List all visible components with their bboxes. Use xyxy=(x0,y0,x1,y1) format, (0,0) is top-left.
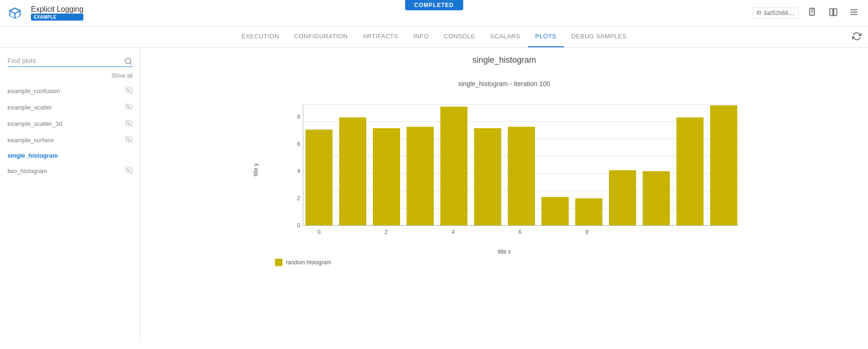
main-content: Show all example_confusion example_scatt… xyxy=(0,48,868,341)
eye-off-icon[interactable] xyxy=(125,119,133,128)
bar-8 xyxy=(575,198,602,225)
find-plots-container xyxy=(0,55,140,71)
bar-1 xyxy=(339,117,366,225)
svg-text:0: 0 xyxy=(317,229,320,235)
svg-text:0: 0 xyxy=(297,222,300,229)
histogram-chart: 0 2 4 6 8 xyxy=(275,95,753,245)
plot-title: single_histogram xyxy=(148,55,861,65)
sidebar-item-example-confusion[interactable]: example_confusion xyxy=(0,83,140,99)
sidebar-item-two-histogram[interactable]: two_histogram xyxy=(0,163,140,179)
x-axis-label: title x xyxy=(247,248,762,255)
find-plots-input[interactable] xyxy=(7,55,133,67)
eye-off-icon[interactable] xyxy=(125,167,133,175)
chart-subtitle: single_histogram - Iteration 100 xyxy=(247,80,762,87)
bar-4 xyxy=(440,107,467,225)
plot-area: single_histogram single_histogram - Iter… xyxy=(141,48,868,341)
bar-10 xyxy=(643,171,670,225)
bar-7 xyxy=(542,197,569,225)
sidebar-item-example-scatter-3d[interactable]: example_scatter_3d xyxy=(0,116,140,132)
legend-label: random histogram xyxy=(286,259,332,266)
legend-color-box xyxy=(275,259,282,266)
show-all-button[interactable]: Show all xyxy=(111,73,133,79)
id-value: 3a052b68.... xyxy=(763,10,794,16)
tab-artifacts[interactable]: ARTIFACTS xyxy=(355,26,406,47)
tab-debug-samples[interactable]: DEBUG SAMPLES xyxy=(564,26,634,47)
sidebar-item-example-surface[interactable]: example_surface xyxy=(0,132,140,148)
doc-icon xyxy=(808,7,817,17)
bar-6 xyxy=(508,127,535,225)
nav-tabs: EXECUTION CONFIGURATION ARTIFACTS INFO C… xyxy=(0,26,868,48)
show-all-row: Show all xyxy=(0,71,140,83)
tab-plots[interactable]: PLOTS xyxy=(528,26,564,47)
refresh-icon xyxy=(852,32,861,41)
sidebar: Show all example_confusion example_scatt… xyxy=(0,48,141,341)
sidebar-item-single-histogram[interactable]: single_histogram xyxy=(0,148,140,163)
menu-icon xyxy=(849,7,859,17)
app-title-area: Explicit Logging EXAMPLE xyxy=(31,5,83,21)
bar-12 xyxy=(710,105,737,225)
bottom-spacer xyxy=(148,274,861,320)
svg-text:6: 6 xyxy=(297,141,300,147)
split-icon xyxy=(829,7,838,17)
menu-icon-btn[interactable] xyxy=(847,6,861,20)
search-icon[interactable] xyxy=(124,57,133,67)
app-logo-icon xyxy=(7,6,22,21)
tab-execution[interactable]: EXECUTION xyxy=(234,26,287,47)
status-badge: COMPLETED xyxy=(405,0,463,10)
split-icon-btn[interactable] xyxy=(827,6,840,20)
bar-11 xyxy=(676,117,704,225)
bar-9 xyxy=(609,170,636,225)
svg-rect-4 xyxy=(830,9,833,16)
eye-off-icon[interactable] xyxy=(125,103,133,112)
tab-scalars[interactable]: SCALARS xyxy=(482,26,527,47)
id-label: ID xyxy=(757,10,761,15)
sidebar-item-label: example_confusion xyxy=(7,87,125,95)
sidebar-item-label: example_scatter_3d xyxy=(7,120,125,127)
logo-area: Explicit Logging EXAMPLE xyxy=(7,5,83,21)
eye-off-icon[interactable] xyxy=(125,87,133,95)
refresh-icon-btn[interactable] xyxy=(850,30,863,44)
svg-text:8: 8 xyxy=(297,114,300,120)
legend: random histogram xyxy=(275,259,762,266)
svg-line-10 xyxy=(130,63,131,64)
header-right: ID 3a052b68.... xyxy=(752,6,861,20)
svg-text:2: 2 xyxy=(297,195,300,202)
svg-text:4: 4 xyxy=(297,168,300,174)
svg-text:2: 2 xyxy=(384,229,387,235)
example-badge: EXAMPLE xyxy=(31,14,83,21)
svg-rect-5 xyxy=(834,9,837,16)
svg-text:8: 8 xyxy=(585,229,588,235)
doc-icon-btn[interactable] xyxy=(806,6,819,20)
bar-5 xyxy=(474,128,501,225)
sidebar-item-label: example_scatter xyxy=(7,104,125,111)
svg-text:6: 6 xyxy=(518,229,521,235)
bar-3 xyxy=(407,127,434,225)
sidebar-item-label: example_surface xyxy=(7,137,125,144)
sidebar-item-label: two_histogram xyxy=(7,167,125,174)
svg-point-9 xyxy=(125,58,131,64)
sidebar-item-example-scatter[interactable]: example_scatter xyxy=(0,99,140,116)
chart-container: single_histogram - Iteration 100 title y xyxy=(247,73,762,274)
bar-0 xyxy=(305,130,333,225)
id-badge: ID 3a052b68.... xyxy=(752,7,799,19)
eye-off-icon[interactable] xyxy=(125,136,133,145)
app-title: Explicit Logging xyxy=(31,5,83,14)
tab-console[interactable]: CONSOLE xyxy=(436,26,482,47)
tab-configuration[interactable]: CONFIGURATION xyxy=(287,26,356,47)
tab-info[interactable]: INFO xyxy=(406,26,436,47)
y-axis-label: title y xyxy=(252,163,259,176)
bar-2 xyxy=(373,128,400,225)
svg-text:4: 4 xyxy=(451,229,454,235)
sidebar-item-label: single_histogram xyxy=(7,152,133,159)
